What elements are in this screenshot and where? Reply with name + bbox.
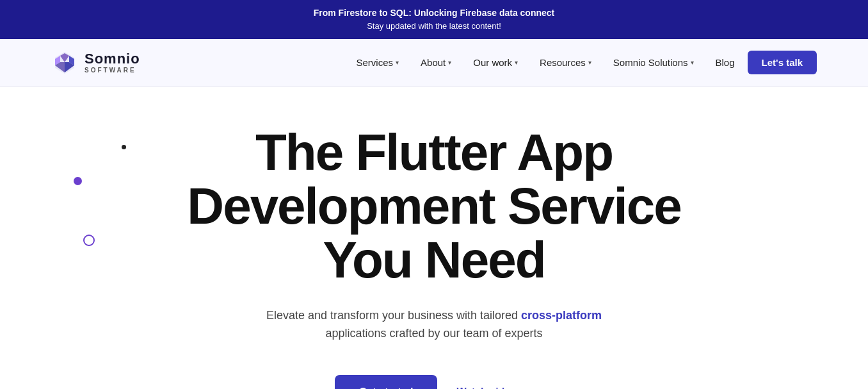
hero-section: The Flutter App Development Service You … [0,87,868,390]
cta-label: Let's talk [762,57,803,68]
nav-link-about[interactable]: About ▾ [412,52,460,73]
solutions-chevron-icon: ▾ [691,59,694,66]
nav-link-resources[interactable]: Resources ▾ [531,52,600,73]
hero-buttons: Get started Watch video → [335,375,533,389]
logo-name: Somnio [84,51,140,67]
nav-item-solutions: Somnio Solutions ▾ [604,52,703,73]
logo-sub: SOFTWARE [84,67,140,74]
top-banner: From Firestore to SQL: Unlocking Firebas… [0,0,868,39]
get-started-button[interactable]: Get started [335,375,437,389]
hero-title: The Flutter App Development Service You … [146,126,722,287]
nav-item-cta: Let's talk [748,51,817,74]
banner-title: From Firestore to SQL: Unlocking Firebas… [13,6,855,20]
ourwork-chevron-icon: ▾ [515,59,518,66]
solutions-label: Somnio Solutions [613,57,688,68]
blog-label: Blog [716,57,735,68]
hero-subtitle: Elevate and transform your business with… [242,306,626,343]
hero-subtitle-start: Elevate and transform your business with… [266,309,521,322]
nav-item-services: Services ▾ [348,52,408,73]
watch-video-button[interactable]: Watch video → [456,386,533,389]
decorative-dot-medium [74,177,82,185]
nav-item-blog: Blog [707,52,744,73]
watch-video-label: Watch video [456,386,517,389]
nav-link-ourwork[interactable]: Our work ▾ [464,52,527,73]
nav-cta-button[interactable]: Let's talk [748,51,817,74]
services-chevron-icon: ▾ [396,59,399,66]
banner-subtitle: Stay updated with the latest content! [13,20,855,33]
nav-item-ourwork: Our work ▾ [464,52,527,73]
nav-link-solutions[interactable]: Somnio Solutions ▾ [604,52,703,73]
about-label: About [421,57,446,68]
nav-item-resources: Resources ▾ [531,52,600,73]
nav-link-blog[interactable]: Blog [707,52,744,73]
nav-link-services[interactable]: Services ▾ [348,52,408,73]
about-chevron-icon: ▾ [448,59,451,66]
logo-icon [51,49,78,76]
logo[interactable]: Somnio SOFTWARE [51,49,140,76]
decorative-dot-small [122,145,126,149]
logo-text: Somnio SOFTWARE [84,51,140,74]
hero-subtitle-end: applications crafted by our team of expe… [325,327,542,340]
resources-label: Resources [540,57,586,68]
decorative-dot-outline [83,235,95,246]
arrow-right-icon: → [522,386,533,389]
nav-item-about: About ▾ [412,52,460,73]
resources-chevron-icon: ▾ [588,59,591,66]
hero-subtitle-highlight: cross-platform [521,309,602,322]
navbar: Somnio SOFTWARE Services ▾ About ▾ Our w… [0,39,868,87]
services-label: Services [357,57,394,68]
nav-links: Services ▾ About ▾ Our work ▾ Resources … [348,51,817,74]
ourwork-label: Our work [473,57,512,68]
